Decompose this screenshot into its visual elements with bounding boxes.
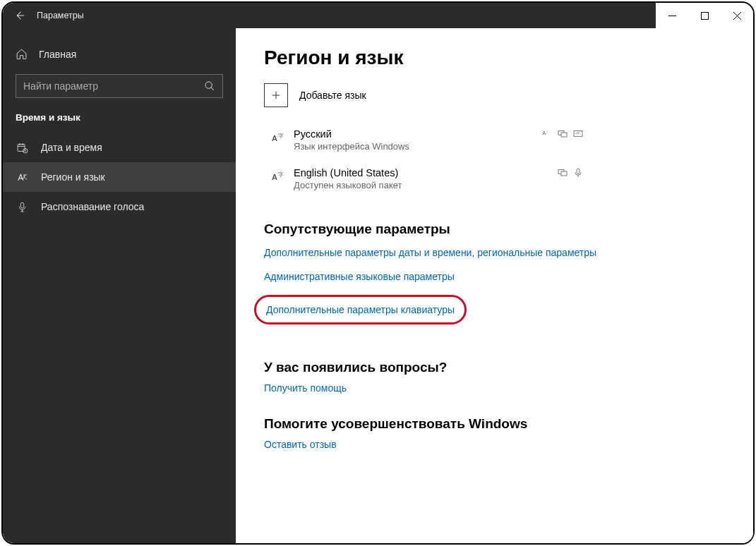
add-language-button[interactable]: Добавьте язык bbox=[264, 83, 725, 107]
microphone-icon bbox=[572, 167, 584, 178]
svg-text:A: A bbox=[542, 130, 546, 136]
plus-icon bbox=[264, 83, 288, 107]
display-icon bbox=[557, 167, 568, 178]
sidebar-item-label: Распознавание голоса bbox=[41, 201, 144, 212]
microphone-icon bbox=[16, 200, 28, 213]
sidebar-section: Время и язык bbox=[3, 111, 236, 133]
nav-home-label: Главная bbox=[39, 49, 76, 60]
language-subtitle: Язык интерфейса Windows bbox=[294, 141, 541, 152]
svg-text:ᶻ: ᶻ bbox=[547, 130, 548, 134]
maximize-button[interactable] bbox=[688, 3, 721, 28]
back-button[interactable] bbox=[3, 3, 37, 28]
svg-rect-16 bbox=[577, 169, 580, 174]
sidebar-item-region-language[interactable]: Регион и язык bbox=[3, 162, 236, 192]
sidebar-item-label: Дата и время bbox=[41, 142, 102, 153]
calendar-clock-icon bbox=[16, 141, 28, 154]
language-item-russian[interactable]: A字 Русский Язык интерфейса Windows Aᶻ bbox=[264, 124, 725, 163]
link-feedback[interactable]: Оставить отзыв bbox=[264, 439, 725, 450]
sidebar: Главная Время и язык Дата и время Регион… bbox=[3, 28, 236, 543]
svg-text:A: A bbox=[272, 173, 277, 181]
sidebar-item-speech[interactable]: Распознавание голоса bbox=[3, 192, 236, 222]
close-icon bbox=[733, 12, 741, 20]
language-icon bbox=[16, 171, 28, 183]
ink-icon bbox=[572, 128, 584, 140]
arrow-left-icon bbox=[13, 9, 26, 22]
related-heading: Сопутствующие параметры bbox=[264, 222, 725, 237]
language-glyph-icon: A字 bbox=[264, 128, 294, 145]
minimize-button[interactable] bbox=[656, 3, 688, 28]
svg-point-1 bbox=[205, 82, 212, 88]
close-button[interactable] bbox=[721, 3, 753, 28]
svg-text:A: A bbox=[272, 134, 277, 142]
display-icon bbox=[557, 128, 568, 140]
language-item-english[interactable]: A字 English (United States) Доступен язык… bbox=[264, 163, 725, 202]
search-input[interactable] bbox=[23, 80, 186, 92]
sidebar-item-label: Регион и язык bbox=[41, 171, 105, 183]
language-features bbox=[557, 167, 725, 178]
language-glyph-icon: A字 bbox=[264, 167, 294, 184]
svg-rect-15 bbox=[561, 171, 567, 176]
language-name: Русский bbox=[294, 128, 541, 140]
add-language-label: Добавьте язык bbox=[299, 90, 366, 101]
link-keyboard-settings[interactable]: Дополнительные параметры клавиатуры bbox=[254, 295, 467, 324]
language-subtitle: Доступен языковой пакет bbox=[294, 180, 557, 190]
questions-heading: У вас появились вопросы? bbox=[264, 360, 725, 375]
language-name: English (United States) bbox=[294, 167, 557, 178]
window-title: Параметры bbox=[37, 11, 84, 20]
search-icon bbox=[204, 80, 215, 92]
svg-rect-0 bbox=[701, 12, 708, 19]
sidebar-item-date-time[interactable]: Дата и время bbox=[3, 133, 236, 162]
svg-text:字: 字 bbox=[278, 133, 284, 139]
minimize-icon bbox=[668, 12, 676, 20]
svg-rect-2 bbox=[18, 144, 25, 151]
link-get-help[interactable]: Получить помощь bbox=[264, 382, 725, 394]
svg-text:字: 字 bbox=[278, 171, 284, 178]
language-features: Aᶻ bbox=[541, 128, 725, 140]
svg-rect-4 bbox=[20, 202, 23, 208]
link-admin-language[interactable]: Административные языковые параметры bbox=[264, 271, 725, 282]
svg-rect-10 bbox=[561, 133, 567, 137]
tts-icon: Aᶻ bbox=[541, 128, 553, 140]
search-input-wrap[interactable] bbox=[16, 74, 223, 98]
home-icon bbox=[16, 48, 28, 60]
link-additional-date-time[interactable]: Дополнительные параметры даты и времени,… bbox=[264, 247, 725, 258]
page-title: Регион и язык bbox=[264, 47, 725, 69]
main-content: Регион и язык Добавьте язык A字 Русский Я… bbox=[236, 28, 753, 543]
maximize-icon bbox=[701, 12, 709, 20]
feedback-heading: Помогите усовершенствовать Windows bbox=[264, 416, 725, 432]
nav-home[interactable]: Главная bbox=[3, 41, 236, 67]
